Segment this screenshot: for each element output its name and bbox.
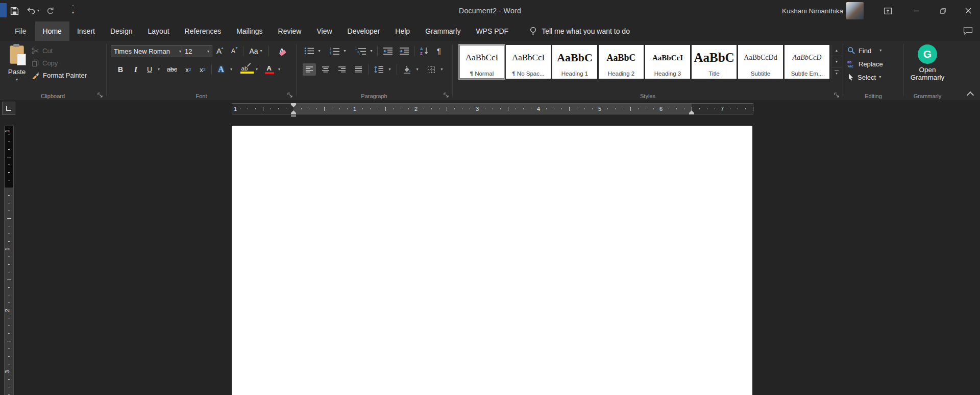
tab-developer[interactable]: Developer bbox=[340, 21, 388, 41]
multilevel-list-button[interactable]: 1 a i bbox=[354, 45, 368, 57]
horizontal-ruler[interactable]: 11234567 bbox=[232, 103, 753, 114]
underline-dropdown[interactable]: ▾ bbox=[155, 63, 162, 76]
first-line-indent-marker[interactable] bbox=[291, 103, 296, 107]
borders-button[interactable] bbox=[424, 63, 438, 76]
tab-file[interactable]: File bbox=[6, 21, 35, 41]
style-heading-1[interactable]: AaBbCHeading 1 bbox=[552, 45, 597, 79]
clipboard-dialog-launcher[interactable] bbox=[97, 92, 104, 99]
ruler-tick bbox=[8, 142, 10, 142]
tab-wps-pdf[interactable]: WPS PDF bbox=[468, 21, 516, 41]
highlight-button[interactable]: ab bbox=[237, 63, 252, 76]
grow-font-button[interactable]: A ▲ bbox=[212, 45, 226, 57]
justify-button[interactable] bbox=[352, 63, 365, 76]
style-title[interactable]: AaBbCTitle bbox=[692, 45, 737, 79]
line-spacing-dropdown[interactable]: ▾ bbox=[386, 63, 393, 76]
tab-help[interactable]: Help bbox=[387, 21, 418, 41]
restore-button[interactable] bbox=[931, 0, 954, 21]
style-no-spac[interactable]: AaBbCcI¶ No Spac... bbox=[506, 45, 551, 79]
font-color-dropdown[interactable]: ▾ bbox=[276, 63, 283, 76]
format-painter-button[interactable]: Format Painter bbox=[32, 69, 87, 81]
find-button[interactable]: Find ▾ bbox=[847, 45, 904, 56]
hanging-indent-marker[interactable] bbox=[291, 110, 296, 114]
show-formatting-marks-button[interactable]: ¶ bbox=[432, 45, 446, 57]
select-button[interactable]: Select ▾ bbox=[847, 72, 904, 83]
tab-view[interactable]: View bbox=[309, 21, 339, 41]
font-color-button[interactable]: A bbox=[262, 63, 276, 76]
style-name-label: Heading 2 bbox=[599, 71, 644, 79]
tab-stop-selector[interactable] bbox=[2, 102, 15, 115]
font-size-combobox[interactable]: 12 ▾ bbox=[182, 45, 212, 57]
shading-dropdown[interactable]: ▾ bbox=[414, 63, 421, 76]
bullets-dropdown[interactable]: ▾ bbox=[316, 45, 323, 57]
styles-scroll-down-button[interactable]: ▼ bbox=[831, 56, 842, 67]
paragraph-dialog-launcher[interactable] bbox=[443, 92, 450, 99]
account-user-name[interactable]: Kushani Nimanthika bbox=[782, 0, 843, 21]
ruler-tick bbox=[339, 108, 340, 109]
style-subtitle[interactable]: AaBbCcDdSubtitle bbox=[738, 45, 783, 79]
cut-button[interactable]: Cut bbox=[32, 45, 53, 56]
line-spacing-button[interactable] bbox=[371, 63, 386, 76]
close-button[interactable] bbox=[957, 0, 980, 21]
style-subtle-em[interactable]: AaBbCcDSubtle Em... bbox=[785, 45, 829, 79]
bullets-button[interactable] bbox=[303, 45, 316, 57]
strikethrough-button[interactable]: abc bbox=[164, 63, 180, 76]
tell-me-box[interactable]: Tell me what you want to do bbox=[529, 21, 630, 41]
sort-button[interactable]: A Z bbox=[417, 45, 432, 57]
styles-gallery-more-button[interactable]: ▾ bbox=[831, 68, 842, 79]
minimize-button[interactable] bbox=[904, 0, 928, 21]
underline-button[interactable]: U bbox=[144, 63, 155, 76]
tab-insert[interactable]: Insert bbox=[69, 21, 103, 41]
svg-text:i: i bbox=[359, 53, 360, 55]
highlight-dropdown[interactable]: ▾ bbox=[253, 63, 260, 76]
comment-bubble-icon[interactable] bbox=[963, 27, 973, 35]
numbering-dropdown[interactable]: ▾ bbox=[341, 45, 348, 57]
font-dialog-launcher[interactable] bbox=[287, 92, 293, 99]
ruler-tick bbox=[8, 326, 10, 326]
styles-scroll-up-button[interactable]: ▲ bbox=[831, 45, 842, 56]
collapse-ribbon-button[interactable] bbox=[968, 91, 974, 96]
user-avatar[interactable] bbox=[846, 2, 864, 19]
tab-references[interactable]: References bbox=[177, 21, 229, 41]
vertical-ruler[interactable]: 1123 bbox=[4, 126, 14, 395]
tab-home[interactable]: Home bbox=[35, 21, 69, 41]
open-grammarly-button[interactable]: G Open Grammarly bbox=[904, 41, 950, 90]
align-left-button[interactable] bbox=[303, 63, 316, 76]
document-page[interactable] bbox=[232, 126, 752, 395]
copy-button[interactable]: Copy bbox=[32, 57, 58, 68]
subscript-button[interactable]: x2 bbox=[182, 63, 195, 76]
change-case-button[interactable]: Aa ▾ bbox=[246, 45, 265, 57]
bold-button[interactable]: B bbox=[114, 63, 127, 76]
font-name-combobox[interactable]: Times New Roman ▾ bbox=[111, 45, 184, 57]
tab-design[interactable]: Design bbox=[103, 21, 140, 41]
borders-dropdown[interactable]: ▾ bbox=[438, 63, 445, 76]
style-heading-2[interactable]: AaBbCHeading 2 bbox=[599, 45, 644, 79]
ruler-tick bbox=[8, 226, 10, 226]
styles-dialog-launcher[interactable] bbox=[834, 92, 840, 99]
tab-review[interactable]: Review bbox=[271, 21, 309, 41]
align-right-button[interactable] bbox=[335, 63, 349, 76]
tab-mailings[interactable]: Mailings bbox=[229, 21, 270, 41]
paste-button[interactable]: Paste ▾ bbox=[4, 44, 30, 91]
shading-button[interactable] bbox=[400, 63, 414, 76]
numbering-button[interactable]: 1 2 3 bbox=[328, 45, 341, 57]
right-indent-marker[interactable] bbox=[689, 110, 694, 114]
ribbon-display-options-button[interactable] bbox=[876, 0, 899, 21]
increase-indent-button[interactable] bbox=[397, 45, 412, 57]
superscript-button[interactable]: x2 bbox=[196, 63, 209, 76]
ruler-tick bbox=[699, 108, 700, 109]
ruler-tick bbox=[439, 108, 439, 109]
decrease-indent-button[interactable] bbox=[380, 45, 396, 57]
clear-formatting-button[interactable]: A bbox=[274, 45, 290, 57]
replace-button[interactable]: ab ac Replace bbox=[847, 58, 904, 69]
style-normal[interactable]: AaBbCcI¶ Normal bbox=[459, 45, 504, 79]
style-heading-3[interactable]: AaBbCcIHeading 3 bbox=[645, 45, 690, 79]
text-effects-dropdown[interactable]: ▾ bbox=[228, 63, 235, 76]
multilevel-dropdown[interactable]: ▾ bbox=[368, 45, 375, 57]
align-center-button[interactable] bbox=[319, 63, 332, 76]
italic-button[interactable]: I bbox=[130, 63, 142, 76]
tab-layout[interactable]: Layout bbox=[140, 21, 177, 41]
tab-grammarly[interactable]: Grammarly bbox=[418, 21, 468, 41]
shrink-font-button[interactable]: A ▼ bbox=[227, 45, 240, 57]
ruler-tick bbox=[8, 295, 10, 295]
text-effects-button[interactable]: A bbox=[214, 63, 228, 76]
